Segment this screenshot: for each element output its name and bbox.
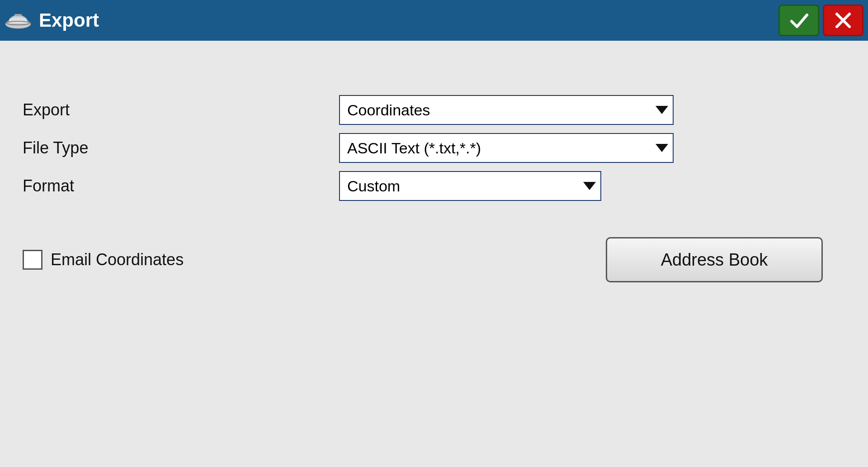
window-title: Export bbox=[39, 10, 99, 31]
main-content: Export Coordinates Points Lines File Typ… bbox=[0, 41, 868, 310]
title-buttons bbox=[778, 5, 863, 36]
export-label: Export bbox=[23, 100, 339, 119]
export-select[interactable]: Coordinates Points Lines bbox=[339, 95, 674, 125]
export-row: Export Coordinates Points Lines bbox=[23, 95, 845, 125]
file-type-label: File Type bbox=[23, 138, 339, 157]
format-label: Format bbox=[23, 176, 339, 195]
email-coordinates-checkbox[interactable] bbox=[23, 250, 42, 270]
title-bar: Export bbox=[0, 0, 868, 41]
ok-button[interactable] bbox=[778, 5, 819, 36]
checkmark-icon bbox=[788, 10, 810, 31]
title-left: Export bbox=[5, 7, 99, 34]
email-coordinates-section: Email Coordinates bbox=[23, 250, 184, 270]
form-section: Export Coordinates Points Lines File Typ… bbox=[23, 95, 845, 201]
file-type-select-wrapper: ASCII Text (*.txt,*.*) CSV (*.csv) DXF (… bbox=[339, 133, 674, 163]
bottom-section: Email Coordinates Address Book bbox=[23, 237, 845, 282]
file-type-row: File Type ASCII Text (*.txt,*.*) CSV (*.… bbox=[23, 133, 845, 163]
address-book-label: Address Book bbox=[661, 250, 768, 270]
file-type-select[interactable]: ASCII Text (*.txt,*.*) CSV (*.csv) DXF (… bbox=[339, 133, 674, 163]
format-row: Format Custom Standard User Defined bbox=[23, 171, 845, 201]
hardhat-icon bbox=[5, 7, 32, 34]
address-book-button[interactable]: Address Book bbox=[606, 237, 823, 282]
email-coordinates-label: Email Coordinates bbox=[51, 250, 184, 269]
format-select[interactable]: Custom Standard User Defined bbox=[339, 171, 601, 201]
cancel-button[interactable] bbox=[823, 5, 863, 36]
x-icon bbox=[832, 10, 854, 31]
export-select-wrapper: Coordinates Points Lines bbox=[339, 95, 674, 125]
svg-rect-1 bbox=[14, 14, 22, 16]
format-select-wrapper: Custom Standard User Defined bbox=[339, 171, 601, 201]
